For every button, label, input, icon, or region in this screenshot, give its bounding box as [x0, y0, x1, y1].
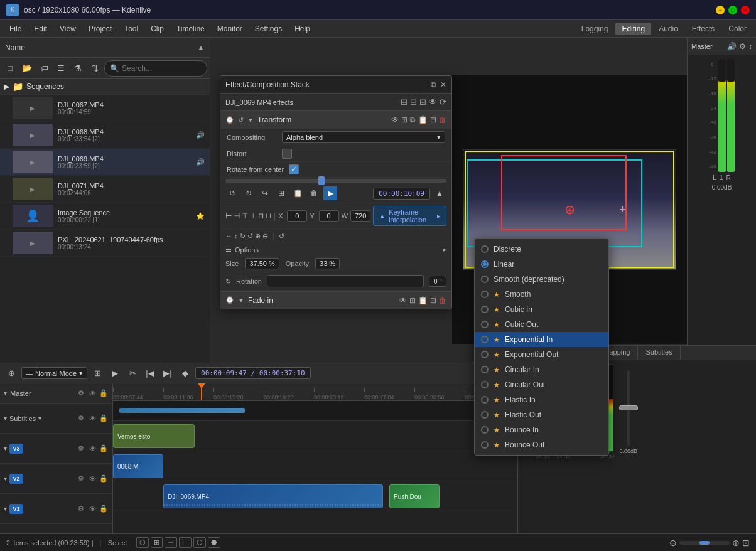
paste-icon[interactable]: 📋	[418, 115, 428, 124]
zoom-in-button[interactable]: ⊕	[732, 538, 740, 548]
list-item[interactable]: 👤 Image Sequence 00:00:00:22 [1] ⭐	[0, 203, 210, 230]
compositing-select[interactable]: Alpha blend ▾	[282, 131, 445, 143]
transform-header[interactable]: ⌚ ↺ ▼ Transform 👁 ⊞ ⧉ 📋 ⊟ 🗑	[220, 111, 451, 129]
distort-checkbox[interactable]	[282, 149, 292, 159]
kfi-smooth-deprecated[interactable]: Smooth (deprecated)	[475, 272, 608, 287]
list-item[interactable]: ▶ PXL_20240621_190740447-60fps 00:00:13:…	[0, 230, 210, 257]
tab-editing[interactable]: Editing	[615, 23, 651, 35]
v3-clip-block[interactable]: 0068.M	[113, 454, 163, 478]
kfi-elastic-out[interactable]: ★ Elastic Out	[475, 407, 608, 422]
kfi-smooth[interactable]: ★ Smooth	[475, 287, 608, 302]
split-icon[interactable]: ⊟	[430, 115, 436, 124]
menu-tool[interactable]: Tool	[118, 22, 144, 36]
kfi-cubic-out[interactable]: ★ Cubic Out	[475, 317, 608, 332]
kfi-exponential-in[interactable]: ★ Exponential In	[475, 332, 608, 347]
subtitle-settings-icon[interactable]: ⚙	[76, 414, 86, 424]
kfi-exponential-out[interactable]: ★ Exponential Out	[475, 347, 608, 362]
tl-prev-button[interactable]: |◀	[143, 366, 158, 381]
kf-timecode-up-button[interactable]: ▲	[433, 186, 446, 200]
x-value[interactable]: 0	[287, 210, 307, 222]
y-value[interactable]: 0	[319, 210, 339, 222]
menu-edit[interactable]: Edit	[28, 22, 53, 36]
v2-clip-block-push[interactable]: Push Dou	[389, 484, 440, 508]
tab-logging[interactable]: Logging	[575, 23, 615, 35]
v3-settings-icon[interactable]: ⚙	[76, 444, 86, 454]
kf-add-button[interactable]: ↪	[258, 186, 272, 200]
kf-delete-button[interactable]: 🗑	[307, 186, 321, 200]
align-hcenter-icon[interactable]: ⊣	[234, 211, 240, 220]
kf-play-button[interactable]: ▶	[323, 186, 337, 200]
reset-all-icon[interactable]: ↺	[279, 232, 284, 240]
list-item[interactable]: ▶ DJI_0069.MP4 00:00:23:59 [2] 🔊	[0, 149, 210, 176]
w-value[interactable]: 720	[350, 210, 370, 222]
master-collapse-button[interactable]: ▾	[4, 390, 7, 397]
resize-icon[interactable]: ⊞	[401, 97, 408, 107]
list-item[interactable]: ▶ DJI_0068.MP4 00:01:33:54 [2] 🔊	[0, 122, 210, 149]
playhead[interactable]	[201, 383, 202, 400]
next-frame-button[interactable]: ⊢	[179, 537, 192, 548]
tab-audio[interactable]: Audio	[652, 23, 684, 35]
kfi-circular-in[interactable]: ★ Circular In	[475, 362, 608, 377]
v2-settings-icon[interactable]: ⚙	[76, 474, 86, 484]
list-view-button[interactable]: ☰	[53, 61, 68, 76]
menu-file[interactable]: File	[3, 22, 28, 36]
lasso-button[interactable]: ⬡	[136, 537, 149, 548]
rotate-ccw-icon[interactable]: ↺	[247, 232, 253, 240]
kf-next-button[interactable]: ↻	[242, 186, 256, 200]
menu-clip[interactable]: Clip	[144, 22, 170, 36]
prev-frame-button[interactable]: ⊣	[165, 537, 177, 548]
master-lock-icon[interactable]: 🔒	[99, 388, 109, 399]
subtitle-lock-icon[interactable]: 🔒	[99, 414, 109, 424]
keyframe-slider[interactable]	[225, 179, 446, 183]
close-button[interactable]: ✕	[741, 6, 750, 14]
rotation-slider[interactable]	[267, 275, 424, 287]
maximize-button[interactable]: □	[728, 6, 737, 14]
v2-lock-icon[interactable]: 🔒	[99, 474, 109, 484]
v2-eye-icon[interactable]: 👁	[87, 474, 97, 484]
fit-button[interactable]: ⊡	[742, 538, 750, 548]
tl-add-marker[interactable]: ◆	[178, 366, 193, 381]
menu-timeline[interactable]: Timeline	[170, 22, 211, 36]
master-settings-icon[interactable]: ⚙	[76, 388, 86, 399]
kfi-bounce-out[interactable]: ★ Bounce Out	[475, 437, 608, 452]
fader-icon[interactable]: ↕	[748, 42, 752, 51]
align-left-icon[interactable]: ⊢	[225, 211, 232, 220]
kfi-elastic-in[interactable]: ★ Elastic In	[475, 392, 608, 407]
options-row[interactable]: ☰ Options ▸	[220, 243, 451, 255]
list-item[interactable]: ▶ DJI_0067.MP4 00:00:14:59	[0, 95, 210, 122]
eye-icon[interactable]: 👁	[429, 97, 437, 107]
zoom-slider[interactable]	[679, 541, 730, 545]
panel-collapse-button[interactable]: ▲	[197, 43, 205, 52]
minimize-button[interactable]: −	[716, 6, 725, 14]
dialog-close-button[interactable]: ✕	[440, 80, 446, 89]
fade-delete-icon[interactable]: 🗑	[439, 296, 446, 305]
menu-settings[interactable]: Settings	[249, 22, 288, 36]
zoom-out-icon[interactable]: ⊖	[262, 232, 268, 240]
slider-thumb[interactable]	[318, 176, 325, 185]
flip-h-icon[interactable]: ↔	[225, 232, 232, 240]
menu-project[interactable]: Project	[82, 22, 118, 36]
opacity-value[interactable]: 33 %	[315, 258, 340, 269]
tab-color[interactable]: Color	[722, 23, 753, 35]
kfi-linear[interactable]: Linear	[475, 257, 608, 272]
align-right-icon[interactable]: ⊤	[242, 211, 248, 220]
rotation-value[interactable]: 0 °	[429, 276, 446, 287]
tab-effects[interactable]: Effects	[686, 23, 721, 35]
kfi-button[interactable]: ▲ Keyframe interpolation ▸	[373, 206, 446, 226]
copy-icon[interactable]: ⧉	[410, 115, 416, 124]
visibility-icon[interactable]: 👁	[391, 115, 399, 124]
add-clip-button[interactable]: □	[3, 61, 18, 76]
split2-icon[interactable]: ⊞	[419, 97, 426, 107]
v1-lock-icon[interactable]: 🔒	[99, 504, 109, 514]
zoom-in-icon[interactable]: ⊕	[255, 232, 261, 240]
subtitle-collapse-button[interactable]: ▾	[4, 415, 7, 422]
fade-eye-icon[interactable]: 👁	[399, 296, 407, 305]
align-vcenter-icon[interactable]: ⊥	[250, 211, 256, 220]
speaker-icon[interactable]: 🔊	[727, 42, 737, 51]
tl-group-button[interactable]: ⊞	[90, 366, 105, 381]
select-all-button[interactable]: ⊞	[151, 537, 163, 548]
align-top-icon[interactable]: ⊓	[258, 211, 264, 220]
delete-icon[interactable]: 🗑	[439, 115, 446, 124]
menu-monitor[interactable]: Monitor	[211, 22, 249, 36]
filter-button[interactable]: ⚗	[70, 61, 85, 76]
